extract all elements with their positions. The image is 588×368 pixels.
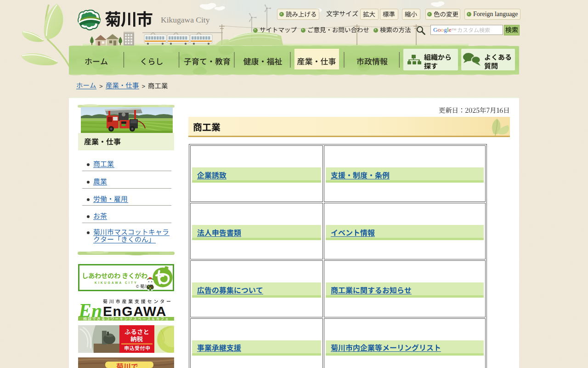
svg-text:KIKUGAWA CITY: KIKUGAWA CITY (95, 281, 138, 284)
svg-text:EnGAWA: EnGAWA (103, 304, 167, 319)
svg-text:©: © (136, 284, 139, 289)
